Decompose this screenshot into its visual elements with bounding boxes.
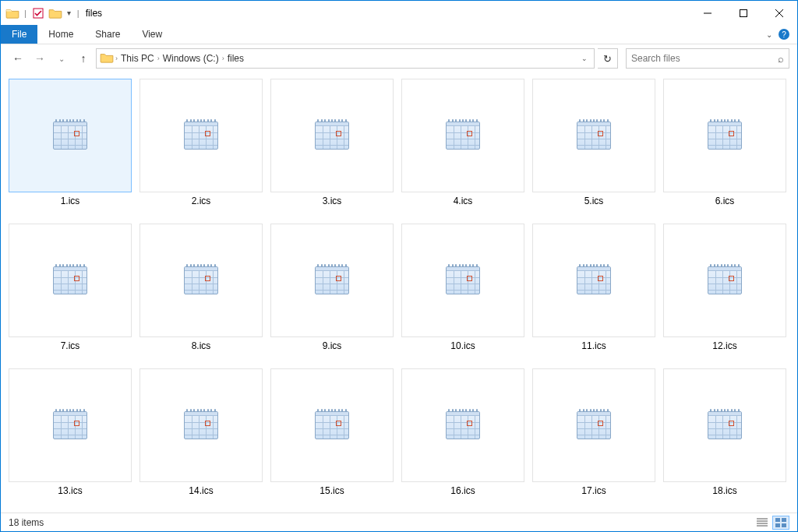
calendar-icon (577, 266, 611, 294)
tab-share[interactable]: Share (84, 25, 131, 44)
navigation-row: ← → ⌄ ↑ › This PC › Windows (C:) › files… (1, 44, 797, 72)
maximize-button[interactable] (726, 1, 761, 25)
status-bar: 18 items (1, 513, 797, 531)
file-name-label[interactable]: 14.ics (189, 485, 213, 496)
file-name-label[interactable]: 18.ics (712, 485, 736, 496)
file-item[interactable]: 16.ics (401, 368, 524, 496)
file-item[interactable]: 12.ics (663, 224, 786, 351)
file-thumbnail[interactable] (270, 224, 394, 337)
address-history-icon[interactable]: ⌄ (581, 55, 588, 62)
file-thumbnail[interactable] (532, 224, 655, 337)
file-name-label[interactable]: 16.ics (450, 485, 475, 496)
file-item[interactable]: 17.ics (532, 368, 655, 496)
file-name-label[interactable]: 2.ics (192, 196, 211, 206)
calendar-icon (53, 122, 87, 150)
file-thumbnail[interactable] (401, 224, 524, 337)
file-thumbnail[interactable] (9, 368, 132, 482)
file-item[interactable]: 4.ics (401, 79, 524, 206)
file-thumbnail[interactable] (270, 79, 394, 192)
file-name-label[interactable]: 6.ics (715, 196, 735, 206)
file-thumbnail[interactable] (663, 224, 786, 337)
file-item[interactable]: 14.ics (139, 368, 263, 496)
file-thumbnail[interactable] (270, 368, 394, 482)
file-pane[interactable]: 1.ics 2.ics (1, 72, 797, 513)
tab-view[interactable]: View (131, 25, 173, 44)
close-button[interactable] (761, 1, 797, 25)
file-item[interactable]: 7.ics (9, 224, 132, 351)
file-name-label[interactable]: 1.ics (61, 196, 80, 206)
help-icon[interactable]: ? (779, 29, 789, 40)
file-item[interactable]: 10.ics (401, 224, 524, 351)
file-name-label[interactable]: 15.ics (320, 485, 344, 496)
file-thumbnail[interactable] (532, 368, 655, 482)
file-thumbnail[interactable] (9, 224, 132, 337)
breadcrumb-drive[interactable]: Windows (C:) (161, 53, 221, 64)
file-name-label[interactable]: 7.ics (61, 340, 80, 351)
calendar-icon (315, 122, 349, 150)
file-name-label[interactable]: 11.ics (581, 340, 606, 351)
calendar-icon (53, 411, 87, 439)
tab-file[interactable]: File (1, 25, 37, 44)
thumbnails-view-button[interactable] (772, 516, 789, 530)
breadcrumb-sep-icon[interactable]: › (115, 55, 118, 62)
address-folder-icon (100, 52, 114, 65)
file-name-label[interactable]: 13.ics (58, 485, 82, 496)
file-item[interactable]: 8.ics (139, 224, 263, 351)
details-view-button[interactable] (754, 516, 771, 530)
file-thumbnail[interactable] (139, 79, 263, 192)
file-name-label[interactable]: 9.ics (323, 340, 342, 351)
file-name-label[interactable]: 17.ics (581, 485, 606, 496)
new-folder-icon[interactable] (48, 6, 62, 20)
tab-home[interactable]: Home (37, 25, 84, 44)
file-item[interactable]: 15.ics (270, 368, 394, 496)
file-item[interactable]: 9.ics (270, 224, 394, 351)
file-thumbnail[interactable] (9, 79, 132, 192)
file-thumbnail[interactable] (401, 368, 524, 482)
file-item[interactable]: 1.ics (9, 79, 132, 206)
calendar-icon (184, 122, 218, 150)
breadcrumb-sep-icon[interactable]: › (157, 55, 160, 62)
search-input[interactable] (631, 53, 778, 64)
file-thumbnail[interactable] (139, 224, 263, 337)
ribbon-expand-icon[interactable]: ⌄ (766, 30, 772, 39)
back-button[interactable]: ← (9, 49, 27, 68)
file-name-label[interactable]: 12.ics (712, 340, 736, 351)
minimize-button[interactable] (690, 1, 726, 25)
recent-locations-button[interactable]: ⌄ (52, 49, 71, 68)
file-thumbnail[interactable] (532, 79, 655, 192)
file-thumbnail[interactable] (663, 368, 786, 482)
svg-rect-4 (775, 523, 780, 527)
file-grid: 1.ics 2.ics (9, 79, 789, 496)
file-item[interactable]: 13.ics (9, 368, 132, 496)
qat-dropdown-icon[interactable]: ▾ (67, 9, 71, 17)
breadcrumb-sep-icon[interactable]: › (222, 55, 224, 62)
calendar-icon (708, 266, 742, 294)
file-item[interactable]: 11.ics (532, 224, 655, 351)
file-item[interactable]: 6.ics (663, 79, 786, 206)
breadcrumb-folder[interactable]: files (226, 53, 245, 64)
file-thumbnail[interactable] (401, 79, 524, 192)
title-bar: | ▾ | files (1, 1, 797, 25)
svg-rect-1 (740, 9, 747, 16)
file-thumbnail[interactable] (663, 79, 786, 192)
file-item[interactable]: 2.ics (139, 79, 263, 206)
file-name-label[interactable]: 5.ics (584, 196, 604, 206)
file-item[interactable]: 18.ics (663, 368, 786, 496)
search-box[interactable]: ⌕ (626, 48, 789, 69)
file-name-label[interactable]: 10.ics (450, 340, 475, 351)
file-item[interactable]: 3.ics (270, 79, 394, 206)
file-item[interactable]: 5.ics (532, 79, 655, 206)
breadcrumb-this-pc[interactable]: This PC (119, 53, 156, 64)
address-bar[interactable]: › This PC › Windows (C:) › files ⌄ (96, 48, 595, 69)
file-name-label[interactable]: 4.ics (454, 196, 473, 206)
search-icon[interactable]: ⌕ (778, 53, 784, 65)
refresh-button[interactable]: ↻ (598, 48, 618, 69)
file-name-label[interactable]: 3.ics (323, 196, 342, 206)
svg-rect-5 (782, 523, 786, 527)
file-name-label[interactable]: 8.ics (192, 340, 211, 351)
status-item-count: 18 items (9, 517, 44, 528)
properties-icon[interactable] (31, 6, 45, 20)
up-button[interactable]: ↑ (74, 49, 93, 68)
file-thumbnail[interactable] (139, 368, 263, 482)
calendar-icon (708, 122, 742, 150)
